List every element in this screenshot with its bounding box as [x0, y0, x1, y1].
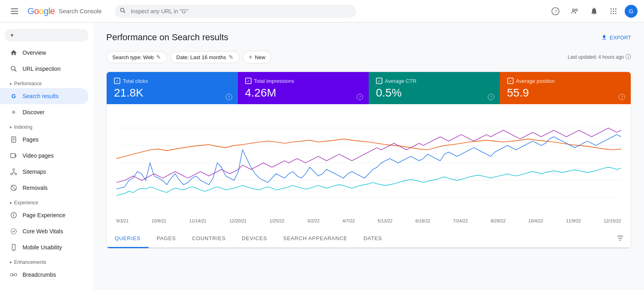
metric-value-average-ctr: 0.5%	[376, 86, 493, 99]
property-selector[interactable]: ▼	[5, 29, 89, 41]
svg-point-8	[576, 9, 578, 11]
tabs-row: QUERIES PAGES COUNTRIES DEVICES SEARCH A…	[107, 230, 631, 248]
sitemaps-icon	[10, 168, 18, 176]
svg-line-31	[14, 173, 16, 173]
sidebar-item-overview[interactable]: Overview	[0, 45, 89, 61]
metric-chart-container: Total clicks 21.8K ? Total impressions 4…	[106, 72, 631, 249]
sidebar-section-indexing[interactable]: ▾ Indexing	[0, 120, 93, 132]
sidebar-item-page-experience[interactable]: Page Experience	[0, 207, 89, 223]
sidebar-section-performance[interactable]: ▾ Performance	[0, 77, 93, 88]
metric-card-total-impressions[interactable]: Total impressions 4.26M ?	[238, 72, 369, 104]
sidebar-item-video-pages[interactable]: Video pages	[0, 148, 89, 164]
mobile-usability-icon	[10, 243, 18, 251]
x-label-3: 12/20/21	[229, 218, 247, 223]
tab-pages[interactable]: PAGES	[149, 230, 184, 248]
sidebar-item-core-web-vitals[interactable]: Core Web Vitals	[0, 223, 89, 239]
plus-icon: +	[249, 53, 252, 61]
page-experience-icon	[10, 211, 18, 219]
new-filter-button[interactable]: + New	[243, 51, 271, 64]
help-button[interactable]: ?	[547, 3, 564, 19]
sidebar-item-mobile-usability[interactable]: Mobile Usability	[0, 239, 89, 255]
sidebar-section-enhancements[interactable]: ▾ Enhancements	[0, 255, 93, 267]
metric-cards: Total clicks 21.8K ? Total impressions 4…	[107, 72, 631, 104]
tab-queries[interactable]: QUERIES	[107, 230, 149, 248]
metric-card-average-ctr[interactable]: Average CTR 0.5% ?	[369, 72, 500, 104]
chart-area: 1 1 9/3/21 10/9/21 11/14/21 12/20/21 1/2…	[107, 104, 631, 230]
sidebar-section-experience[interactable]: ▾ Experience	[0, 196, 93, 207]
table-filter-button[interactable]	[616, 234, 624, 243]
x-label-7: 5/13/22	[378, 218, 392, 223]
tab-countries[interactable]: COUNTRIES	[184, 230, 234, 248]
video-pages-icon	[10, 152, 18, 160]
search-icon	[120, 7, 126, 15]
x-label-5: 3/2/22	[307, 218, 320, 223]
export-button[interactable]: EXPORT	[601, 34, 631, 41]
x-label-2: 11/14/21	[189, 218, 206, 223]
metric-label-average-position: Average position	[516, 78, 555, 84]
metric-value-total-clicks: 21.8K	[114, 86, 231, 99]
search-sidebar-icon	[10, 65, 18, 73]
svg-rect-0	[11, 8, 18, 9]
breadcrumbs-icon	[10, 271, 18, 279]
sidebar-item-url-inspection[interactable]: URL inspection	[0, 61, 89, 77]
check-average-position	[507, 78, 514, 84]
svg-marker-25	[15, 154, 17, 157]
metric-info-position[interactable]: ?	[619, 94, 625, 100]
edit-icon-date: ✎	[229, 54, 233, 60]
metric-label-total-clicks: Total clicks	[123, 78, 148, 84]
sidebar-item-pages[interactable]: Pages	[0, 132, 89, 148]
metric-card-average-position[interactable]: Average position 55.9 ?	[500, 72, 631, 104]
avatar[interactable]: G	[625, 5, 638, 18]
metric-info-ctr[interactable]: ?	[488, 94, 494, 100]
edit-icon: ✎	[156, 54, 161, 60]
chevron-down-icon-experience: ▾	[10, 201, 12, 205]
svg-rect-1	[11, 11, 18, 12]
apps-button[interactable]	[605, 3, 621, 19]
metric-card-total-clicks[interactable]: Total clicks 21.8K ?	[107, 72, 238, 104]
search-type-filter[interactable]: Search type: Web ✎	[106, 51, 167, 63]
metric-value-average-position: 55.9	[507, 86, 624, 99]
svg-point-15	[611, 13, 612, 14]
sidebar-label-removals: Removals	[23, 185, 47, 191]
sidebar-label-mobile-usability: Mobile Usability	[23, 244, 62, 251]
discover-icon: ✳	[10, 108, 18, 116]
svg-rect-2	[11, 13, 18, 14]
x-label-4: 1/25/22	[270, 218, 285, 223]
tab-dates[interactable]: DATES	[355, 230, 390, 248]
svg-point-7	[572, 9, 574, 11]
sidebar-label-url-inspection: URL inspection	[23, 66, 60, 72]
info-icon: ⓘ	[625, 53, 631, 61]
chevron-down-icon: ▾	[10, 82, 12, 86]
sidebar-item-discover[interactable]: ✳ Discover	[0, 104, 89, 120]
content-header: Performance on Search results EXPORT	[106, 32, 631, 43]
svg-line-4	[124, 11, 125, 13]
sidebar-item-sitemaps[interactable]: Sitemaps	[0, 164, 89, 180]
sidebar-label-discover: Discover	[23, 109, 44, 115]
svg-line-33	[11, 185, 16, 190]
search-type-label: Search type: Web	[112, 54, 154, 60]
app-logo[interactable]: Google Search Console	[27, 6, 102, 16]
sidebar-item-removals[interactable]: Removals	[0, 180, 89, 196]
x-label-1: 10/9/21	[152, 218, 167, 223]
svg-point-16	[613, 13, 614, 14]
chevron-down-icon-indexing: ▾	[10, 125, 12, 130]
svg-rect-26	[13, 169, 15, 171]
sidebar-item-breadcrumbs[interactable]: Breadcrumbs	[0, 267, 89, 283]
notifications-button[interactable]	[586, 3, 602, 19]
metric-info-clicks[interactable]: ?	[226, 94, 232, 100]
accounts-button[interactable]	[567, 3, 583, 19]
section-label-indexing: Indexing	[14, 124, 32, 130]
svg-rect-42	[14, 274, 17, 276]
sidebar-label-pages: Pages	[23, 136, 39, 143]
tab-devices[interactable]: DEVICES	[234, 230, 275, 248]
sidebar-label-core-web-vitals: Core Web Vitals	[23, 228, 63, 234]
date-filter[interactable]: Date: Last 16 months ✎	[170, 51, 239, 63]
svg-point-17	[615, 13, 616, 14]
menu-button[interactable]	[6, 3, 23, 19]
section-label-performance: Performance	[14, 81, 42, 86]
search-input[interactable]	[115, 5, 356, 18]
tab-search-appearance[interactable]: SEARCH APPEARANCE	[275, 230, 355, 248]
metric-info-impressions[interactable]: ?	[357, 94, 363, 100]
sidebar-item-search-results[interactable]: G Search results	[0, 88, 89, 104]
core-web-vitals-icon	[10, 227, 18, 235]
